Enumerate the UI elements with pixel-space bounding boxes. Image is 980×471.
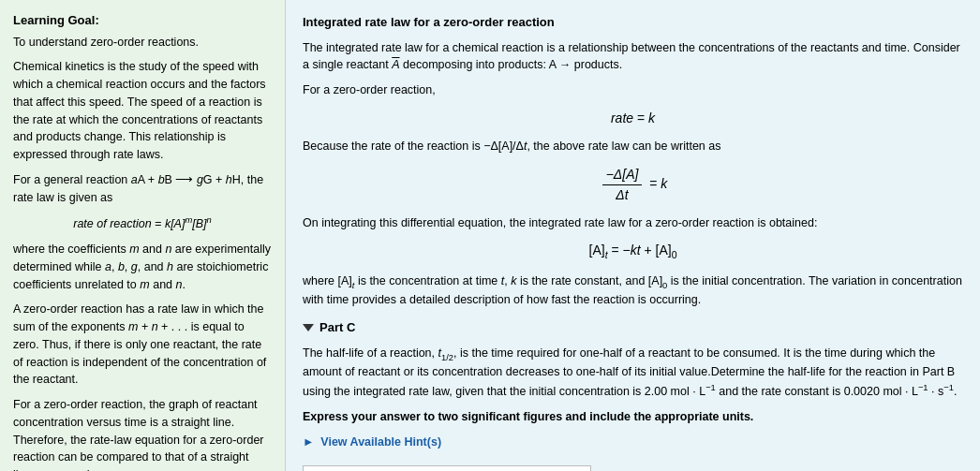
fraction-equation: −Δ[A] Δt = k — [303, 165, 963, 205]
zero-order-text: A zero-order reaction has a rate law in … — [13, 301, 272, 389]
answer-container: ⊞ HA ↺ ↻ ↺ ⌨ ? t1/2 = — [303, 465, 591, 471]
left-panel: Learning Goal: To understand zero-order … — [0, 0, 286, 471]
rate-eq: rate = k — [303, 109, 963, 128]
part-c-text: The half-life of a reaction, t1/2, is th… — [303, 345, 963, 401]
intro-text: The integrated rate law for a chemical r… — [303, 39, 963, 75]
integrate-text: On integrating this differential equatio… — [303, 214, 963, 232]
expand-icon — [303, 324, 314, 331]
where-text: where [A]t is the concentration at time … — [303, 272, 963, 309]
part-c-label: Part C — [319, 318, 355, 337]
part-c-header[interactable]: Part C — [303, 318, 963, 337]
hint-link[interactable]: ► View Available Hint(s) — [303, 435, 441, 449]
coefficients-text: where the coefficients m and n are exper… — [13, 241, 272, 293]
learning-goal-title: Learning Goal: — [13, 11, 272, 30]
express-text: Express your answer to two significant f… — [303, 408, 963, 426]
right-panel: Integrated rate law for a zero-order rea… — [286, 0, 980, 471]
rate-equation: rate of reaction = k[A]m[B]n — [13, 213, 272, 233]
zero-order-label: For a zero-order reaction, — [303, 81, 963, 99]
learning-goal-text: To understand zero-order reactions. — [13, 34, 272, 52]
graph-text: For a zero-order reaction, the graph of … — [13, 396, 272, 471]
general-reaction-text: For a general reaction aA + bB ⟶ gG + hH… — [13, 171, 272, 207]
section-title: Integrated rate law for a zero-order rea… — [303, 13, 963, 32]
because-text: Because the rate of the reaction is −Δ[A… — [303, 138, 963, 155]
integrated-eq: [A]t = −kt + [A]0 — [303, 241, 963, 263]
intro-text: Chemical kinetics is the study of the sp… — [13, 58, 272, 164]
